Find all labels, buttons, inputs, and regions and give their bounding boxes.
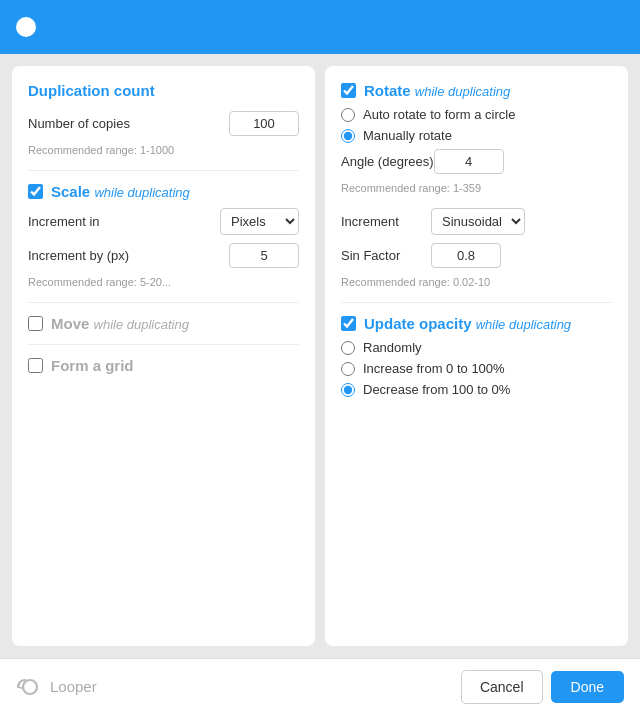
- duplication-count-section: Duplication count Number of copies Recom…: [28, 82, 299, 156]
- update-opacity-title: Update opacity while duplicating: [364, 315, 571, 332]
- window-control-circle: [16, 17, 36, 37]
- decrease-radio[interactable]: [341, 383, 355, 397]
- increment-by-row: Increment by (px): [28, 243, 299, 268]
- form-a-grid-header: Form a grid: [28, 357, 299, 374]
- form-a-grid-section: Form a grid: [28, 357, 299, 374]
- manually-rotate-label: Manually rotate: [363, 128, 452, 143]
- increment-by-label: Increment by (px): [28, 248, 229, 263]
- angle-helper-text: Recommended range: 1-359: [341, 182, 612, 194]
- randomly-row: Randomly: [341, 340, 612, 355]
- update-opacity-checkbox[interactable]: [341, 316, 356, 331]
- increment-in-row: Increment in Pixels Percent: [28, 208, 299, 235]
- auto-rotate-label: Auto rotate to form a circle: [363, 107, 515, 122]
- decrease-row: Decrease from 100 to 0%: [341, 382, 612, 397]
- scale-subtitle: while duplicating: [94, 185, 189, 200]
- update-opacity-header: Update opacity while duplicating: [341, 315, 612, 332]
- rotate-checkbox[interactable]: [341, 83, 356, 98]
- increment-in-label: Increment in: [28, 214, 220, 229]
- update-opacity-section: Update opacity while duplicating Randoml…: [341, 315, 612, 397]
- angle-input[interactable]: [434, 149, 504, 174]
- number-of-copies-row: Number of copies: [28, 111, 299, 136]
- randomly-label: Randomly: [363, 340, 422, 355]
- angle-label: Angle (degrees): [341, 154, 434, 169]
- sin-helper-text: Recommended range: 0.02-10: [341, 276, 612, 288]
- scale-title: Scale while duplicating: [51, 183, 190, 200]
- increment-row: Increment Sinusoidal Linear: [341, 208, 612, 235]
- auto-rotate-row: Auto rotate to form a circle: [341, 107, 612, 122]
- increment-in-select[interactable]: Pixels Percent: [220, 208, 299, 235]
- increase-row: Increase from 0 to 100%: [341, 361, 612, 376]
- rotate-title: Rotate while duplicating: [364, 82, 510, 99]
- left-panel: Duplication count Number of copies Recom…: [12, 66, 315, 646]
- scale-section: Scale while duplicating Increment in Pix…: [28, 183, 299, 288]
- scale-checkbox[interactable]: [28, 184, 43, 199]
- move-title: Move while duplicating: [51, 315, 189, 332]
- looper-logo: Looper: [16, 678, 97, 696]
- divider-1: [28, 170, 299, 171]
- randomly-radio[interactable]: [341, 341, 355, 355]
- decrease-label: Decrease from 100 to 0%: [363, 382, 510, 397]
- auto-rotate-radio[interactable]: [341, 108, 355, 122]
- rotate-section: Rotate while duplicating Auto rotate to …: [341, 82, 612, 288]
- increase-label: Increase from 0 to 100%: [363, 361, 505, 376]
- form-a-grid-checkbox[interactable]: [28, 358, 43, 373]
- looper-text: Looper: [50, 678, 97, 695]
- copies-helper-text: Recommended range: 1-1000: [28, 144, 299, 156]
- move-header: Move while duplicating: [28, 315, 299, 332]
- manually-rotate-row: Manually rotate: [341, 128, 612, 143]
- duplication-count-title: Duplication count: [28, 82, 299, 99]
- update-opacity-subtitle: while duplicating: [476, 317, 571, 332]
- increment-by-input[interactable]: [229, 243, 299, 268]
- done-button[interactable]: Done: [551, 671, 624, 703]
- form-a-grid-title: Form a grid: [51, 357, 134, 374]
- sin-factor-input[interactable]: [431, 243, 501, 268]
- rotate-subtitle: while duplicating: [415, 84, 510, 99]
- number-of-copies-input[interactable]: [229, 111, 299, 136]
- increment-label: Increment: [341, 214, 431, 229]
- number-of-copies-label: Number of copies: [28, 116, 229, 131]
- bottom-bar: Looper Cancel Done: [0, 658, 640, 714]
- move-checkbox[interactable]: [28, 316, 43, 331]
- divider-3: [28, 344, 299, 345]
- sin-factor-label: Sin Factor: [341, 248, 431, 263]
- move-section: Move while duplicating: [28, 315, 299, 332]
- cancel-button[interactable]: Cancel: [461, 670, 543, 704]
- main-content: Duplication count Number of copies Recom…: [0, 54, 640, 658]
- divider-2: [28, 302, 299, 303]
- increment-select[interactable]: Sinusoidal Linear: [431, 208, 525, 235]
- looper-icon: [16, 678, 44, 696]
- title-bar: [0, 0, 640, 54]
- sin-factor-row: Sin Factor: [341, 243, 612, 268]
- manually-rotate-radio[interactable]: [341, 129, 355, 143]
- scale-helper-text: Recommended range: 5-20...: [28, 276, 299, 288]
- right-divider: [341, 302, 612, 303]
- rotate-header: Rotate while duplicating: [341, 82, 612, 99]
- right-panel: Rotate while duplicating Auto rotate to …: [325, 66, 628, 646]
- increase-radio[interactable]: [341, 362, 355, 376]
- move-subtitle: while duplicating: [94, 317, 189, 332]
- scale-header: Scale while duplicating: [28, 183, 299, 200]
- angle-row: Angle (degrees): [341, 149, 612, 174]
